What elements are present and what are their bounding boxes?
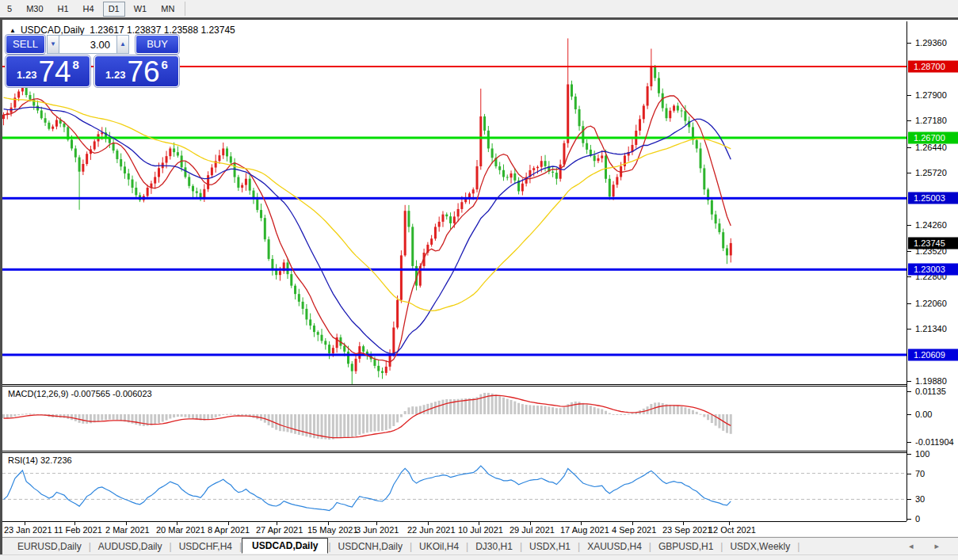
sell-price-display[interactable]: 1.23 74 8: [6, 55, 90, 87]
tab-usdcnh-daily[interactable]: USDCNH,Daily: [331, 539, 410, 554]
timeframe-button-d1[interactable]: D1: [103, 2, 125, 17]
macd-bar: [188, 414, 190, 418]
rsi-tick-label: 30: [915, 494, 925, 504]
sell-price-point: 8: [73, 58, 79, 71]
volume-input[interactable]: [59, 35, 116, 54]
buy-price-point: 6: [162, 58, 168, 71]
candle-body: [479, 116, 482, 166]
tab-usdx-h1[interactable]: USDX,H1: [522, 539, 578, 554]
macd-bar: [730, 414, 732, 434]
macd-bar: [366, 414, 368, 432]
candle-body: [567, 84, 569, 143]
macd-bar: [438, 401, 441, 414]
macd-tick-label: 0.00: [915, 410, 932, 419]
price-level-badge: 1.20609: [908, 349, 958, 360]
macd-bar: [445, 399, 448, 414]
candle-body: [173, 148, 175, 152]
tab-scroll-arrows[interactable]: ◂ ▸: [909, 541, 948, 551]
timeframe-button-mn[interactable]: MN: [155, 2, 180, 17]
tab-usdchf-h4[interactable]: USDCHF,H4: [172, 539, 239, 554]
candle-body: [268, 239, 270, 259]
one-click-trade-panel: SELL ▼ ▲ BUY 1.23 74 8 1.23 76 6: [6, 35, 179, 87]
macd-bar: [17, 414, 20, 415]
macd-bar: [502, 398, 505, 414]
pane-divider: [2, 521, 906, 522]
buy-price-display[interactable]: 1.23 76 6: [94, 55, 179, 87]
candle-body: [650, 67, 652, 86]
macd-bar: [624, 414, 626, 415]
buy-button[interactable]: BUY: [135, 35, 179, 54]
candle-body: [396, 300, 399, 328]
candle-body: [343, 346, 345, 352]
date-label: 8 Apr 2021: [208, 525, 250, 535]
tab-usdx-weekly[interactable]: USDX,Weekly: [723, 539, 797, 554]
rsi-pane[interactable]: [2, 452, 906, 521]
candle-body: [249, 179, 251, 191]
price-tick-mark: [907, 95, 911, 96]
macd-bar: [321, 414, 323, 439]
pane-divider: [2, 384, 906, 385]
macd-bar: [494, 394, 497, 414]
candle-body: [385, 367, 387, 373]
rsi-tick-mark: [907, 499, 911, 500]
candle-body: [94, 141, 96, 149]
tab-gbpusd-h1[interactable]: GBPUSD,H1: [651, 539, 720, 554]
macd-bar: [658, 402, 660, 414]
candle-body: [597, 158, 599, 161]
candle-body: [256, 198, 258, 210]
macd-bar: [10, 414, 13, 417]
current-price-badge: 1.23745: [908, 237, 958, 249]
macd-bar: [211, 414, 213, 418]
macd-bar: [513, 402, 516, 414]
candle-body: [605, 155, 607, 178]
candle-body: [158, 168, 160, 177]
timeframe-button-5[interactable]: 5: [2, 2, 17, 17]
macd-bar: [597, 408, 599, 414]
macd-bar: [226, 414, 228, 415]
horizontal-levels-layer: [2, 66, 906, 356]
macd-bar: [358, 414, 361, 435]
volume-increase-button[interactable]: ▲: [116, 35, 129, 54]
timeframe-button-m30[interactable]: M30: [21, 2, 48, 17]
macd-bar: [525, 405, 528, 414]
tab-usdcad-daily[interactable]: USDCAD,Daily: [242, 538, 328, 554]
candle-body: [730, 243, 732, 256]
candle-body: [536, 167, 539, 168]
timeframe-button-h1[interactable]: H1: [52, 2, 74, 17]
price-tick-mark: [907, 381, 911, 382]
tab-ukoil-h4[interactable]: UKOil,H4: [412, 539, 466, 554]
price-tick-label: 1.19880: [915, 376, 947, 386]
macd-bar: [324, 414, 326, 440]
candle-body: [654, 67, 656, 78]
candle-body: [36, 105, 39, 110]
macd-bar: [479, 394, 482, 414]
tab-eurusd-daily[interactable]: EURUSD,Daily: [10, 539, 89, 554]
volume-decrease-button[interactable]: ▼: [47, 35, 59, 54]
macd-bar: [78, 414, 81, 423]
macd-bar: [491, 394, 494, 414]
candle-body: [715, 215, 717, 223]
status-strip: [0, 554, 958, 560]
date-label: 22 Jun 2021: [407, 525, 456, 535]
timeframe-button-w1[interactable]: W1: [128, 2, 153, 17]
macd-bar: [404, 411, 406, 414]
macd-bar: [381, 414, 384, 431]
timeframe-button-h4[interactable]: H4: [78, 2, 100, 17]
sell-button[interactable]: SELL: [6, 35, 45, 54]
date-label: 4 Sep 2021: [612, 525, 656, 535]
candle-body: [328, 345, 330, 353]
macd-bar: [339, 414, 342, 437]
candle-body: [552, 172, 554, 173]
macd-bar: [434, 402, 437, 414]
tab-xauusd-h4[interactable]: XAUUSD,H4: [580, 539, 649, 554]
macd-bar: [294, 414, 296, 434]
tab-dj30-h1[interactable]: DJ30,H1: [468, 539, 520, 554]
tab-audusd-daily[interactable]: AUDUSD,Daily: [91, 539, 170, 554]
macd-bar: [555, 408, 558, 414]
candle-body: [487, 131, 490, 149]
macd-bar: [662, 403, 664, 414]
macd-bar: [139, 414, 141, 425]
rsi-tick-label: 100: [915, 449, 929, 459]
macd-bar: [616, 414, 618, 415]
candle-body: [63, 124, 65, 127]
